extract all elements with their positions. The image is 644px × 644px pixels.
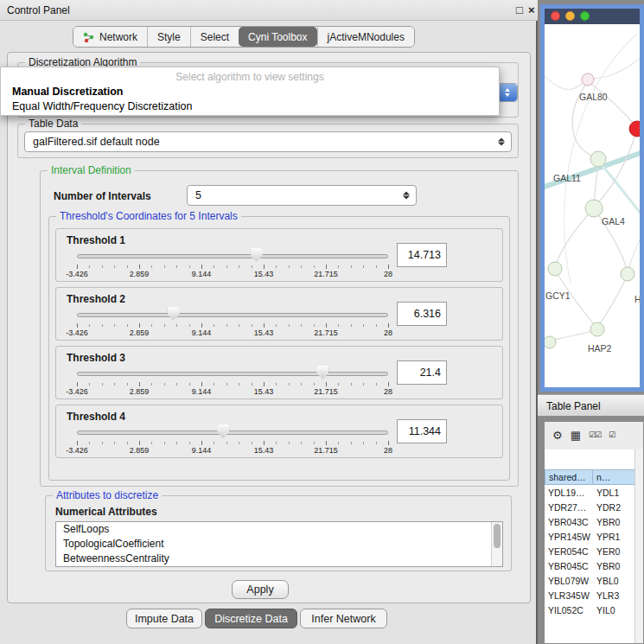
threshold-1-slider[interactable] bbox=[77, 246, 388, 265]
column-header-shared[interactable]: shared… bbox=[545, 469, 593, 485]
scrollbar-thumb[interactable] bbox=[494, 524, 501, 548]
minimize-traffic-light-icon[interactable] bbox=[565, 11, 575, 21]
table-data-group-label: Table Data bbox=[25, 118, 81, 130]
slider-track[interactable] bbox=[77, 430, 388, 435]
threshold-4-slider[interactable] bbox=[77, 423, 388, 442]
columns-icon[interactable]: ▦ bbox=[571, 429, 581, 442]
table-row[interactable]: YPR145WYPR1 bbox=[545, 529, 643, 544]
slider-track[interactable] bbox=[77, 254, 388, 258]
control-panel-titlebar: Control Panel □ × bbox=[0, 0, 538, 21]
table-data-combobox[interactable]: galFiltered.sif default node bbox=[24, 131, 512, 152]
table-row[interactable]: YER054CYER0 bbox=[545, 544, 643, 558]
table-row[interactable]: YDR27…YDR2 bbox=[545, 500, 643, 514]
threshold-3-slider[interactable] bbox=[77, 364, 388, 383]
thresholds-group-label: Threshold's Coordinates for 5 Intervals bbox=[56, 210, 241, 222]
network-view-window: GAL80 GAL11 GAL4 GCY1 HAP2 H bbox=[540, 4, 644, 392]
table-row[interactable]: YBR043CYBR0 bbox=[545, 514, 643, 529]
select-all-checkboxes-icon[interactable]: ☑☑ bbox=[589, 430, 601, 439]
combo-stepper-icon bbox=[403, 192, 410, 200]
threshold-2-value-field[interactable] bbox=[397, 302, 447, 326]
tab-infer-network[interactable]: Infer Network bbox=[300, 609, 387, 628]
node bbox=[621, 267, 634, 281]
cell[interactable]: YBR043C bbox=[545, 514, 593, 529]
table-row[interactable]: YIL052CYIL0 bbox=[545, 603, 643, 617]
slider-thumb[interactable] bbox=[251, 248, 263, 262]
tick-label: 15.43 bbox=[254, 328, 274, 337]
tab-discretize-data[interactable]: Discretize Data bbox=[205, 609, 297, 628]
algorithm-dropdown-popup: Select algorithm to view settings Manual… bbox=[0, 67, 500, 116]
tab-style-label: Style bbox=[157, 31, 181, 43]
attributes-group-label: Attributes to discretize bbox=[53, 489, 162, 501]
node bbox=[548, 262, 562, 276]
network-canvas[interactable]: GAL80 GAL11 GAL4 GCY1 HAP2 H bbox=[545, 24, 640, 387]
node-label[interactable]: GAL80 bbox=[579, 92, 608, 102]
cell[interactable]: YBL079W bbox=[545, 573, 593, 588]
node bbox=[590, 151, 606, 167]
network-window-titlebar bbox=[545, 9, 640, 24]
node-label[interactable]: HAP2 bbox=[588, 343, 611, 354]
cell[interactable]: YDR27… bbox=[545, 500, 593, 514]
zoom-traffic-light-icon[interactable] bbox=[580, 11, 590, 21]
tick-label: 15.43 bbox=[254, 270, 274, 278]
tab-select[interactable]: Select bbox=[190, 27, 239, 47]
float-window-icon[interactable]: □ bbox=[516, 3, 523, 16]
tab-network[interactable]: Network bbox=[73, 27, 147, 47]
tick-label: 2.859 bbox=[130, 328, 150, 337]
cell[interactable]: YDL19… bbox=[545, 485, 593, 500]
slider-track[interactable] bbox=[77, 372, 388, 376]
tick-label: 15.43 bbox=[254, 446, 274, 455]
list-item[interactable]: SelfLoops bbox=[56, 522, 502, 537]
threshold-1-panel: Threshold 1 -3.426 2.859 9.144 15.43 21.… bbox=[55, 228, 503, 282]
cell[interactable]: YBR045C bbox=[545, 558, 593, 573]
tick-label: 2.859 bbox=[130, 270, 150, 278]
table-row[interactable]: YDL19…YDL1 bbox=[545, 485, 643, 500]
checkbox-icon[interactable]: ☑ bbox=[609, 430, 615, 439]
numerical-attributes-list[interactable]: SelfLoops TopologicalCoefficient Between… bbox=[55, 521, 503, 567]
tab-cyni-toolbox[interactable]: Cyni Toolbox bbox=[239, 27, 316, 47]
table-row[interactable]: YBL079WYBL0 bbox=[545, 573, 643, 588]
cell[interactable]: YPR145W bbox=[545, 529, 593, 544]
tick-label: 9.144 bbox=[192, 387, 212, 396]
number-of-intervals-combobox[interactable]: 5 bbox=[187, 185, 417, 206]
table-scrollbar[interactable] bbox=[634, 450, 643, 644]
cell[interactable]: YIL052C bbox=[545, 603, 593, 617]
threshold-1-value-field[interactable] bbox=[397, 243, 447, 267]
list-item[interactable]: TopologicalCoefficient bbox=[56, 537, 502, 552]
tab-jactivemnodules-label: jActiveMNodules bbox=[328, 31, 405, 43]
tab-impute-data[interactable]: Impute Data bbox=[126, 609, 202, 628]
gear-icon[interactable]: ⚙ bbox=[552, 429, 563, 442]
algorithm-combobox-stepper[interactable] bbox=[498, 84, 517, 101]
close-traffic-light-icon[interactable] bbox=[551, 11, 560, 21]
threshold-2-panel: Threshold 2 -3.426 2.859 9.144 15.43 21.… bbox=[55, 287, 503, 341]
tab-style[interactable]: Style bbox=[147, 27, 190, 47]
tick-label: -3.426 bbox=[66, 387, 88, 396]
close-icon[interactable]: × bbox=[528, 3, 535, 16]
network-graph bbox=[545, 24, 640, 387]
slider-track[interactable] bbox=[77, 313, 388, 317]
tick-label: 28 bbox=[384, 446, 392, 455]
slider-thumb[interactable] bbox=[168, 307, 180, 321]
node-label[interactable]: GAL11 bbox=[553, 173, 581, 183]
apply-button[interactable]: Apply bbox=[232, 580, 289, 599]
node-label[interactable]: GCY1 bbox=[545, 290, 571, 301]
menu-item-equal-width-frequency[interactable]: Equal Width/Frequency Discretization bbox=[12, 100, 192, 112]
threshold-2-slider[interactable] bbox=[77, 305, 388, 324]
tick-label: 21.715 bbox=[314, 328, 338, 337]
node-label[interactable]: GAL4 bbox=[602, 216, 625, 226]
node-label[interactable]: H bbox=[634, 294, 640, 304]
cell[interactable]: YLR345W bbox=[545, 588, 593, 603]
threshold-4-value-field[interactable] bbox=[397, 419, 447, 443]
tab-jactivemnodules[interactable]: jActiveMNodules bbox=[317, 27, 414, 47]
tab-network-label: Network bbox=[99, 31, 137, 43]
table-row[interactable]: YBR045CYBR0 bbox=[545, 558, 643, 573]
table-row[interactable]: YLR345WYLR3 bbox=[545, 588, 643, 603]
network-icon bbox=[83, 31, 95, 43]
cell[interactable]: YER054C bbox=[545, 544, 593, 558]
tick-label: -3.426 bbox=[66, 270, 88, 278]
threshold-3-value-field[interactable] bbox=[397, 360, 447, 385]
slider-thumb[interactable] bbox=[316, 366, 328, 379]
slider-thumb[interactable] bbox=[217, 424, 229, 438]
list-item[interactable]: BetweennessCentrality bbox=[56, 552, 502, 566]
list-scrollbar[interactable] bbox=[491, 522, 502, 566]
menu-item-manual-discretization[interactable]: Manual Discretization bbox=[12, 86, 124, 98]
